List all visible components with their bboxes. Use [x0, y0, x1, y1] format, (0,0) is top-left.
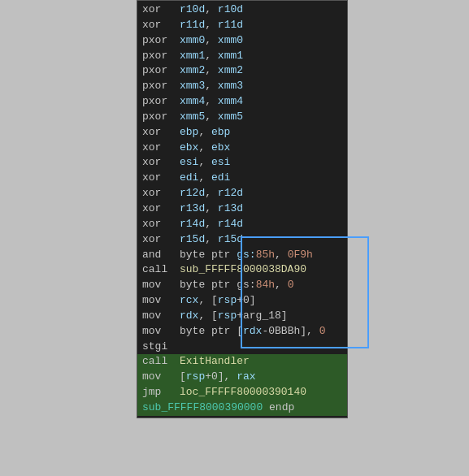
mnemonic: mov: [142, 293, 180, 309]
code-line: jmploc_FFFFF80000390140: [137, 385, 347, 400]
operands: esi, esi: [180, 155, 230, 171]
operands: rdx, [rsp+arg_18]: [180, 309, 288, 324]
code-line: pxorxmm1, xmm1: [137, 49, 347, 64]
mnemonic: stgi: [142, 340, 180, 355]
mnemonic: xor: [142, 201, 180, 217]
operands: loc_FFFFF80000390140: [180, 385, 306, 400]
code-line: xoresi, esi: [137, 155, 347, 171]
operands: r15d, r15d: [180, 232, 243, 248]
code-line: mov[rsp+0], rax: [137, 370, 347, 385]
mnemonic: xor: [142, 171, 180, 186]
operands: sub_FFFFF8000038DA90: [180, 262, 306, 278]
operands: byte ptr gs:84h, 0: [180, 278, 293, 293]
mnemonic: mov: [142, 278, 180, 293]
mnemonic: mov: [142, 309, 180, 324]
code-line: pxorxmm0, xmm0: [137, 33, 347, 49]
code-line: andbyte ptr gs:85h, 0F9h: [137, 248, 347, 263]
code-line: xorebp, ebp: [137, 125, 347, 141]
code-line: callsub_FFFFF8000038DA90: [137, 262, 347, 278]
code-line: xorr11d, r11d: [137, 18, 347, 33]
mnemonic: pxor: [142, 110, 180, 125]
mnemonic: xor: [142, 155, 180, 171]
operands: ebx, ebx: [180, 141, 230, 156]
mnemonic: jmp: [142, 385, 180, 400]
mnemonic: xor: [142, 2, 180, 18]
code-line: movbyte ptr gs:84h, 0: [137, 278, 347, 293]
code-line: movbyte ptr [rdx-0BBBh], 0: [137, 324, 347, 340]
code-line: movrdx, [rsp+arg_18]: [137, 309, 347, 324]
mnemonic: pxor: [142, 49, 180, 64]
operands: r10d, r10d: [180, 2, 243, 18]
mnemonic: pxor: [142, 94, 180, 110]
operands: xmm2, xmm2: [180, 63, 243, 79]
mnemonic: pxor: [142, 79, 180, 94]
operands: byte ptr [rdx-0BBBh], 0: [180, 324, 325, 340]
code-line: xorr13d, r13d: [137, 201, 347, 217]
code-line: pxorxmm5, xmm5: [137, 110, 347, 125]
mnemonic: and: [142, 248, 180, 263]
operands: xmm5, xmm5: [180, 110, 243, 125]
operands: r13d, r13d: [180, 201, 243, 217]
code-line: xorr14d, r14d: [137, 217, 347, 232]
operands: r14d, r14d: [180, 217, 243, 232]
mnemonic: pxor: [142, 63, 180, 79]
code-line: xorr15d, r15d: [137, 232, 347, 248]
mnemonic: mov: [142, 370, 180, 385]
code-line: xorr10d, r10d: [137, 2, 347, 18]
mnemonic: pxor: [142, 33, 180, 49]
code-line: xorebx, ebx: [137, 141, 347, 156]
operands: ExitHandler: [180, 354, 250, 370]
code-line: xorr12d, r12d: [137, 186, 347, 201]
mnemonic: xor: [142, 141, 180, 156]
code-line: stgi: [137, 340, 347, 355]
code-line: xoredi, edi: [137, 171, 347, 186]
operands: xmm4, xmm4: [180, 94, 243, 110]
code-line: movrcx, [rsp+0]: [137, 293, 347, 309]
mnemonic: xor: [142, 217, 180, 232]
mnemonic: xor: [142, 232, 180, 248]
operands: xmm1, xmm1: [180, 49, 243, 64]
operands: r12d, r12d: [180, 186, 243, 201]
mnemonic: xor: [142, 186, 180, 201]
code-line: sub_FFFFF8000390000 endp: [137, 400, 347, 416]
code-line: callExitHandler: [137, 354, 347, 370]
operands: [rsp+0], rax: [180, 370, 256, 385]
operands: xmm3, xmm3: [180, 79, 243, 94]
mnemonic: call: [142, 354, 180, 370]
code-line: pxorxmm2, xmm2: [137, 63, 347, 79]
operands: edi, edi: [180, 171, 230, 186]
mnemonic: mov: [142, 324, 180, 340]
mnemonic: xor: [142, 125, 180, 141]
code-line: pxorxmm4, xmm4: [137, 94, 347, 110]
code-window: xorr10d, r10dxorr11d, r11dpxorxmm0, xmm0…: [137, 0, 348, 418]
operands: rcx, [rsp+0]: [180, 293, 256, 309]
operands: r11d, r11d: [180, 18, 243, 33]
mnemonic: xor: [142, 18, 180, 33]
code-line: pxorxmm3, xmm3: [137, 79, 347, 94]
operands: xmm0, xmm0: [180, 33, 243, 49]
operands: byte ptr gs:85h, 0F9h: [180, 248, 313, 263]
mnemonic: call: [142, 262, 180, 278]
operands: ebp, ebp: [180, 125, 230, 141]
